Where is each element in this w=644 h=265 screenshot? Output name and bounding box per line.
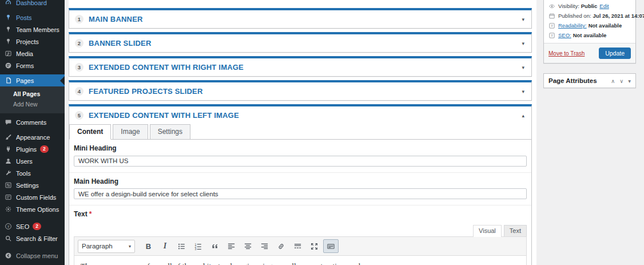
move-up-icon[interactable]: ∧ [611, 78, 615, 84]
layout-panel-title: FEATURED PROJECTS SLIDER [89, 87, 203, 96]
italic-icon[interactable]: I [157, 239, 173, 253]
chevron-down-icon[interactable]: ▾ [522, 89, 524, 94]
yoast-icon: Y [548, 32, 555, 39]
editor-mode-tab-visual[interactable]: Visual [473, 225, 502, 237]
panel-tab-settings[interactable]: Settings [150, 124, 190, 139]
bold-icon[interactable]: B [141, 239, 156, 253]
publishing-actions: Move to Trash Update [544, 43, 635, 63]
sidebar-item-projects[interactable]: Projects [0, 35, 65, 48]
layout-order-badge: 5 [75, 111, 84, 120]
update-count-badge: 2 [40, 145, 49, 152]
chevron-down-icon[interactable]: ▾ [628, 78, 631, 84]
align-left-icon[interactable] [224, 239, 239, 253]
layout-order-badge: 4 [75, 87, 84, 96]
users-icon [5, 157, 12, 165]
sidebar-item-settings[interactable]: Settings [0, 179, 65, 191]
pin-icon [5, 14, 12, 21]
panel-tab-content[interactable]: Content [69, 124, 111, 140]
sidebar-item-users[interactable]: Users [0, 155, 65, 167]
move-down-icon[interactable]: ∨ [619, 78, 623, 84]
sidebar-menu-group: PostsTeam MembersProjectsMediaForms [0, 11, 65, 72]
sidebar-item-label: Search & Filter [16, 235, 58, 242]
sidebar-item-custom-fields[interactable]: Custom Fields [0, 191, 65, 203]
panel-tab-image[interactable]: Image [113, 124, 148, 139]
sidebar-item-dashboard[interactable]: Dashboard [0, 0, 65, 9]
field-label: Mini Heading [74, 144, 527, 152]
visibility-row: Visibility: Public Edit [544, 1, 635, 11]
sidebar-item-forms[interactable]: Forms [0, 60, 65, 72]
page-editor-main: 1MAIN BANNER▾2BANNER SLIDER▾3EXTENDED CO… [69, 0, 536, 265]
sidebar-item-seo[interactable]: YSEO2 [0, 220, 65, 232]
read-more-icon[interactable] [290, 239, 305, 253]
editor-right-column: Visibility: Public Edit Published on: Ju… [543, 0, 636, 88]
chevron-down-icon[interactable]: ▾ [522, 17, 524, 22]
chevron-down-icon[interactable]: ▾ [522, 65, 524, 70]
dashboard-icon [5, 0, 12, 6]
blockquote-icon[interactable] [207, 239, 222, 253]
sidebar-item-label: Media [16, 50, 33, 57]
align-center-icon[interactable] [240, 239, 256, 253]
sidebar-item-team-members[interactable]: Team Members [0, 23, 65, 35]
pages-icon [5, 77, 12, 84]
seo-value: Not available [573, 32, 607, 38]
sidebar-item-label: Collapse menu [16, 252, 58, 259]
readability-value: Not available [589, 22, 622, 29]
custom-fields-icon [5, 193, 12, 201]
editor-content-area[interactable]: The company can perform all of the archi… [74, 256, 526, 265]
sidebar-item-collapse-menu[interactable]: Collapse menu [0, 250, 65, 262]
sidebar-menu-group: AppearancePlugins2UsersToolsSettingsCust… [0, 131, 65, 215]
align-right-icon[interactable] [257, 239, 272, 253]
layout-panel-header[interactable]: 3EXTENDED CONTENT WITH RIGHT IMAGE▾ [69, 58, 531, 76]
search-icon [5, 235, 12, 242]
layout-panel-header[interactable]: 5 EXTENDED CONTENT WITH LEFT IMAGE ▴ [69, 106, 531, 124]
numbered-list-icon[interactable]: 123 [190, 239, 206, 253]
collapse-icon [5, 252, 12, 259]
submenu-item-all-pages[interactable]: All Pages [0, 89, 65, 99]
layout-panel-collapsed: 3EXTENDED CONTENT WITH RIGHT IMAGE▾ [69, 56, 532, 77]
toolbar-toggle-icon[interactable] [323, 239, 339, 253]
layout-panel-header[interactable]: 4FEATURED PROJECTS SLIDER▾ [69, 82, 531, 100]
chevron-down-icon[interactable]: ▾ [522, 41, 524, 46]
page-attributes-header[interactable]: Page Attributes ∧ ∨ ▾ [544, 74, 635, 88]
layout-order-badge: 2 [75, 39, 84, 48]
published-label: Published on: [558, 13, 591, 19]
layout-order-badge: 1 [75, 15, 84, 23]
pin-icon [5, 38, 12, 45]
visibility-label: Visibility: [558, 3, 579, 9]
chevron-up-icon[interactable]: ▴ [522, 113, 524, 118]
main-heading-input[interactable] [74, 188, 527, 199]
update-button[interactable]: Update [599, 48, 631, 59]
fullscreen-icon[interactable] [307, 239, 322, 253]
sidebar-item-media[interactable]: Media [0, 48, 65, 60]
layout-panel-collapsed: 2BANNER SLIDER▾ [69, 32, 532, 53]
readability-link[interactable]: Readability: [558, 22, 587, 29]
sidebar-item-tools[interactable]: Tools [0, 167, 65, 179]
sidebar-item-label: Team Members [16, 26, 59, 33]
sidebar-item-posts[interactable]: Posts [0, 11, 65, 23]
field-label: Text* [74, 210, 527, 218]
bulleted-list-icon[interactable] [174, 239, 189, 253]
layout-panel-header[interactable]: 1MAIN BANNER▾ [69, 10, 531, 28]
layout-panel-collapsed: 1MAIN BANNER▾ [69, 8, 532, 29]
layout-panel-header[interactable]: 2BANNER SLIDER▾ [69, 34, 531, 52]
sidebar-item-label: SEO [16, 223, 29, 230]
sidebar-item-pages[interactable]: Pages [0, 74, 65, 86]
mini-heading-input[interactable] [74, 156, 527, 167]
settings-icon [5, 181, 12, 189]
link-icon[interactable] [273, 239, 289, 253]
visibility-edit-link[interactable]: Edit [599, 3, 609, 9]
sidebar-item-appearance[interactable]: Appearance [0, 131, 65, 143]
editor-mode-tab-text[interactable]: Text [504, 225, 527, 236]
required-marker: * [89, 210, 92, 218]
panel-tab-bar: ContentImageSettings [69, 124, 531, 140]
sidebar-item-search-filter[interactable]: Search & Filter [0, 232, 65, 244]
move-to-trash-link[interactable]: Move to Trash [548, 50, 585, 57]
sidebar-item-plugins[interactable]: Plugins2 [0, 143, 65, 155]
admin-sidebar: DashboardPostsTeam MembersProjectsMediaF… [0, 0, 65, 265]
plugins-icon [5, 145, 12, 153]
paragraph-format-select[interactable]: Paragraph ▾ [78, 240, 135, 253]
seo-link[interactable]: SEO: [558, 32, 571, 38]
submenu-item-add-new[interactable]: Add New [0, 99, 65, 109]
sidebar-item-theme-options[interactable]: Theme Options [0, 203, 65, 215]
sidebar-item-comments[interactable]: Comments [0, 116, 65, 128]
